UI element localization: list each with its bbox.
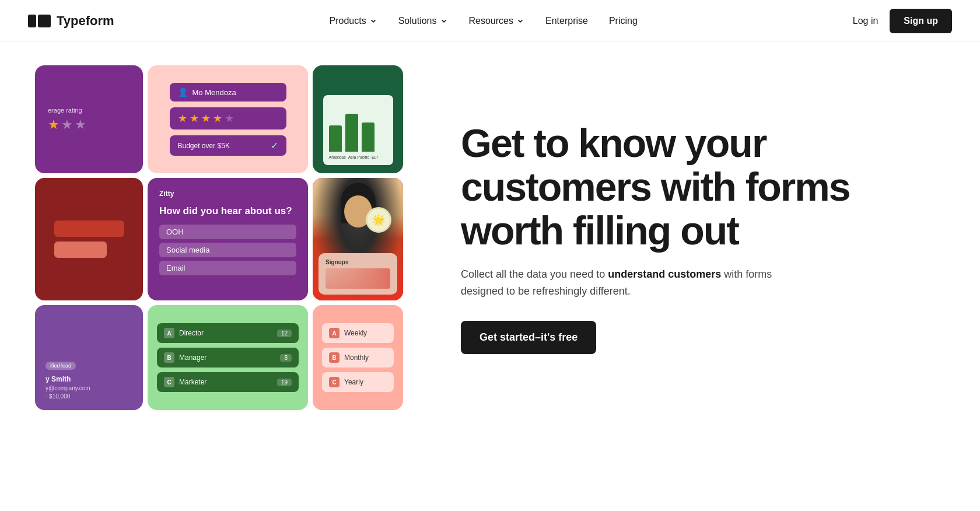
signups-title: Signups xyxy=(326,259,390,265)
bar-1 xyxy=(329,125,342,152)
hero-desc-bold: understand customers xyxy=(608,268,721,280)
rating-card: erage rating ★ ★ ★ xyxy=(35,65,143,173)
nav-enterprise[interactable]: Enterprise xyxy=(545,16,588,26)
sched-label-monthly: Monthly xyxy=(344,354,369,362)
cta-button[interactable]: Get started–it's free xyxy=(461,321,596,354)
lead-tag: ified lead xyxy=(46,362,76,370)
hero-content: Get to know your customers with forms wo… xyxy=(438,121,945,354)
nav-products[interactable]: Products xyxy=(330,16,377,26)
empty-star: ★ xyxy=(225,112,234,125)
label-asia: Asia Pacific xyxy=(348,155,369,159)
choice-director: A Director 12 xyxy=(157,323,299,343)
check-icon: ✓ xyxy=(271,140,278,151)
mirror-prop: 🌟 xyxy=(366,207,391,233)
sched-letter-b: B xyxy=(329,352,340,363)
form-name-row: 👤 Mo Mendoza xyxy=(170,83,286,102)
choice-count-3: 19 xyxy=(277,379,292,386)
chart-line xyxy=(326,268,390,289)
bars xyxy=(329,111,387,152)
form-stars-row: ★ ★ ★ ★ ★ xyxy=(170,107,286,130)
chart-inner: Americas Asia Pacific Eur xyxy=(323,95,393,165)
survey-brand: Zitty xyxy=(159,190,296,198)
filled-star: ★ xyxy=(213,112,222,125)
choice-letter-c: C xyxy=(164,377,174,387)
filled-star: ★ xyxy=(178,112,187,125)
lead-card: ified lead y Smith y@company.com - $10,0… xyxy=(35,305,143,410)
choice-left-2: B Manager xyxy=(164,352,206,363)
filled-star: ★ xyxy=(201,112,211,125)
chevron-down-icon xyxy=(369,17,377,25)
logo-icon xyxy=(28,15,51,27)
form-budget-row: Budget over $5K ✓ xyxy=(170,135,286,156)
bar-2 xyxy=(345,114,358,152)
chevron-down-icon xyxy=(516,17,524,25)
budget-text: Budget over $5K xyxy=(178,142,230,150)
star-1: ★ xyxy=(48,117,60,132)
logo[interactable]: Typeform xyxy=(28,13,114,29)
lead-email: y@company.com xyxy=(46,385,132,391)
login-button[interactable]: Log in xyxy=(853,16,878,26)
lead-name: y Smith xyxy=(46,375,132,383)
navbar: Typeform Products Solutions Resources En… xyxy=(0,0,980,42)
rect-1 xyxy=(54,220,124,237)
chevron-down-icon xyxy=(440,17,448,25)
bar-3 xyxy=(362,123,374,152)
choice-count-2: 8 xyxy=(280,354,292,362)
schedule-card: A Weekly B Monthly C Yearly xyxy=(313,305,403,410)
nav-enterprise-label: Enterprise xyxy=(545,16,588,26)
signup-button[interactable]: Sign up xyxy=(890,9,952,33)
hero-description: Collect all the data you need to underst… xyxy=(461,266,799,300)
label-americas: Americas xyxy=(329,155,346,159)
nav-resources-label: Resources xyxy=(469,16,513,26)
chart-labels: Americas Asia Pacific Eur xyxy=(329,155,387,159)
person-icon: 👤 xyxy=(178,88,188,97)
sched-letter-c: C xyxy=(329,377,340,387)
filled-star: ★ xyxy=(190,112,199,125)
sched-monthly: B Monthly xyxy=(322,348,394,368)
nav-resources[interactable]: Resources xyxy=(469,16,524,26)
star-3: ★ xyxy=(75,117,86,132)
survey-opt-2: Social media xyxy=(159,243,296,257)
label-eur: Eur xyxy=(372,155,378,159)
choice-left-1: A Director xyxy=(164,328,204,338)
rect-2 xyxy=(54,242,107,258)
sched-label-weekly: Weekly xyxy=(344,329,367,337)
form-name-text: Mo Mendoza xyxy=(192,88,236,97)
signup-mini: Signups xyxy=(318,253,397,295)
sched-label-yearly: Yearly xyxy=(344,378,363,386)
logo-sq-left xyxy=(28,15,36,27)
choice-letter-a: A xyxy=(164,328,174,338)
stars: ★ ★ ★ xyxy=(48,117,86,132)
choices-card: A Director 12 B Manager 8 C Marketer 19 xyxy=(148,305,308,410)
survey-opt-1: OOH xyxy=(159,225,296,239)
choice-label-marketer: Marketer xyxy=(179,378,206,386)
nav-pricing-label: Pricing xyxy=(609,16,638,26)
nav-products-label: Products xyxy=(330,16,366,26)
sched-letter-a: A xyxy=(329,328,340,338)
chart-card: Americas Asia Pacific Eur xyxy=(313,65,403,173)
nav-solutions-label: Solutions xyxy=(398,16,437,26)
survey-opt-3: Email xyxy=(159,261,296,275)
choice-count-1: 12 xyxy=(277,330,292,337)
survey-question: How did you hear about us? xyxy=(159,205,296,218)
sched-weekly: A Weekly xyxy=(322,323,394,343)
rect-stack xyxy=(43,209,136,270)
logo-sq-right xyxy=(38,15,51,27)
logo-text: Typeform xyxy=(57,13,114,29)
survey-card: Zitty How did you hear about us? OOH Soc… xyxy=(148,178,308,300)
choice-label-manager: Manager xyxy=(179,354,206,362)
main-content: erage rating ★ ★ ★ 👤 Mo Mendoza ★ ★ ★ ★ … xyxy=(0,42,980,433)
signups-chart xyxy=(326,268,390,289)
nav-actions: Log in Sign up xyxy=(853,9,952,33)
choice-left-3: C Marketer xyxy=(164,377,206,387)
lead-value: - $10,000 xyxy=(46,393,132,400)
choice-marketer: C Marketer 19 xyxy=(157,372,299,392)
collage: erage rating ★ ★ ★ 👤 Mo Mendoza ★ ★ ★ ★ … xyxy=(35,65,402,410)
form-card: 👤 Mo Mendoza ★ ★ ★ ★ ★ Budget over $5K ✓ xyxy=(148,65,308,173)
nav-solutions[interactable]: Solutions xyxy=(398,16,448,26)
rating-label: erage rating xyxy=(48,107,82,114)
choice-manager: B Manager 8 xyxy=(157,348,299,368)
nav-pricing[interactable]: Pricing xyxy=(609,16,638,26)
hero-title: Get to know your customers with forms wo… xyxy=(461,121,945,252)
nav-links: Products Solutions Resources Enterprise … xyxy=(330,16,638,26)
